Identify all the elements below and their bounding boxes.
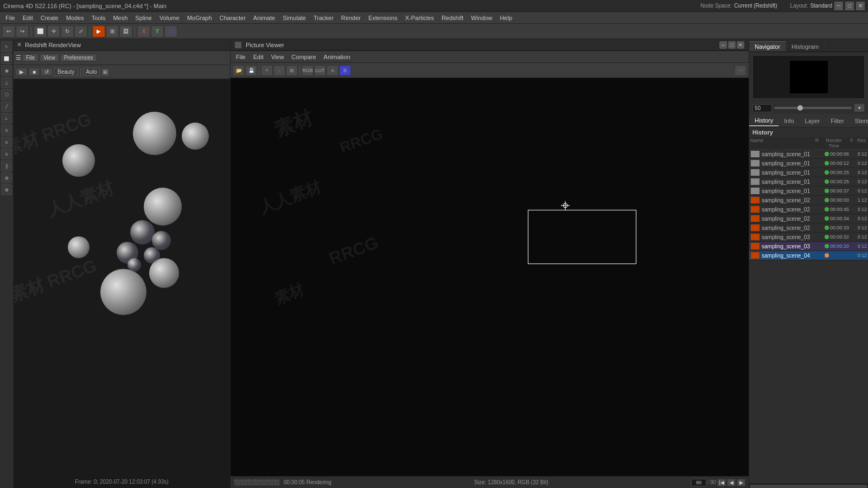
menu-redshift[interactable]: Redshift [438, 14, 467, 22]
menu-mograph[interactable]: MoGraph [184, 14, 215, 22]
pv-menu-animation[interactable]: Animation [321, 53, 354, 61]
pv-play[interactable]: ▶ [737, 479, 745, 486]
tab-navigator[interactable]: Navigator [749, 41, 786, 52]
menu-character[interactable]: Character [216, 14, 249, 22]
history-row-11[interactable]: sampling_scene_03 00:00:20 0 12 [749, 242, 868, 251]
pv-menu-file[interactable]: File [233, 53, 249, 61]
rs-refresh-btn[interactable]: ↺ [41, 68, 53, 76]
rs-beauty-label[interactable]: Beauty [54, 68, 78, 76]
menu-file[interactable]: File [2, 14, 18, 22]
tool-z-axis[interactable]: Z [164, 25, 177, 37]
tool-render-region[interactable]: ⊞ [106, 25, 119, 37]
history-row-1[interactable]: sampling_scene_01 00:00:06 0 12 [749, 150, 868, 159]
rs-menu-view[interactable]: View [40, 54, 59, 62]
sidebar-tool-6[interactable]: ╱ [1, 101, 12, 112]
pv-compare-btn[interactable]: A [327, 65, 339, 76]
sidebar-tool-7[interactable]: L [1, 113, 12, 124]
history-row-6[interactable]: sampling_scene_02 00:00:00 1 12 [749, 196, 868, 205]
tool-redo[interactable]: ↪ [16, 25, 29, 37]
sidebar-tool-5[interactable]: ⬡ [1, 89, 12, 100]
tool-rotate[interactable]: ↻ [61, 25, 74, 37]
pv-minimize-btn[interactable]: ─ [719, 41, 727, 49]
tool-y-axis[interactable]: Y [151, 25, 164, 37]
rs-auto-label[interactable]: Auto [83, 68, 100, 76]
tool-undo[interactable]: ↩ [2, 25, 15, 37]
pv-more-btn[interactable]: ⋯ [735, 65, 746, 76]
tab-histogram[interactable]: Histogram [786, 42, 825, 52]
tool-x-axis[interactable]: X [137, 25, 150, 37]
pv-prev-frame[interactable]: ◀ [727, 479, 736, 486]
rs-menu-icon[interactable]: ☰ [16, 54, 21, 61]
rs-stop-btn[interactable]: ■ [29, 68, 40, 76]
zoom-slider-thumb[interactable] [797, 105, 803, 111]
pv-menu-compare[interactable]: Compare [288, 53, 319, 61]
history-row-12[interactable]: sampling_scene_04 0 12 [749, 251, 868, 260]
zoom-dropdown[interactable]: ▾ [854, 104, 865, 112]
tool-select[interactable]: ⬜ [34, 25, 47, 37]
close-button[interactable]: ✕ [856, 2, 865, 10]
history-row-8[interactable]: sampling_scene_02 00:00:34 0 12 [749, 214, 868, 223]
scrollbar-thumb[interactable] [750, 485, 867, 488]
pv-goto-start[interactable]: |◀ [717, 479, 726, 486]
tab-layer[interactable]: Layer [800, 116, 826, 126]
pv-open-btn[interactable]: 📂 [233, 65, 245, 76]
zoom-slider[interactable] [774, 107, 852, 109]
pv-save-btn[interactable]: 💾 [245, 65, 257, 76]
menu-window[interactable]: Window [468, 14, 495, 22]
sidebar-tool-10[interactable]: S [1, 149, 12, 159]
sidebar-tool-13[interactable]: ✿ [1, 184, 12, 195]
pv-compare-b-btn[interactable]: B [339, 65, 351, 76]
pv-channels-btn[interactable]: RGB [302, 65, 314, 76]
tab-filter[interactable]: Filter [825, 116, 849, 126]
pv-close-btn[interactable]: ✕ [737, 41, 744, 49]
pv-menu-edit[interactable]: Edit [250, 53, 267, 61]
tool-render[interactable]: ▶ [92, 25, 105, 37]
pv-canvas[interactable]: 素材 RRCG 人人素材 RRCG 素材 [231, 78, 749, 476]
menu-spline[interactable]: Spline [132, 14, 155, 22]
pv-fit-btn[interactable]: ⊞ [286, 65, 298, 76]
tool-picture-viewer[interactable]: 🖼 [119, 25, 132, 37]
history-row-4[interactable]: sampling_scene_01 00:00:25 0 12 [749, 177, 868, 187]
sidebar-tool-3[interactable]: ◉ [1, 65, 12, 76]
menu-simulate[interactable]: Simulate [279, 14, 309, 22]
tab-stereo[interactable]: Stereo [850, 116, 868, 126]
history-row-9[interactable]: sampling_scene_02 00:00:33 0 12 [749, 223, 868, 233]
menu-extensions[interactable]: Extensions [365, 14, 401, 22]
sidebar-tool-2[interactable]: ⬜ [1, 53, 12, 64]
tool-move[interactable]: ✛ [47, 25, 60, 37]
rs-close-icon[interactable]: ✕ [17, 41, 22, 48]
sidebar-tool-8[interactable]: S [1, 125, 12, 136]
rs-viewport[interactable]: 素材 RRCG 人人素材 素材 RRCG Frame: 0; 2020-07-2… [14, 79, 230, 488]
menu-modes[interactable]: Modes [63, 14, 87, 22]
pv-menu-view[interactable]: View [268, 53, 288, 61]
history-row-10[interactable]: sampling_scene_03 00:00:32 0 12 [749, 233, 868, 242]
history-row-3[interactable]: sampling_scene_01 00:00:25 0 12 [749, 168, 868, 177]
pv-zoom-in-btn[interactable]: + [261, 65, 273, 76]
minimize-button[interactable]: ─ [834, 2, 843, 10]
rs-menu-file[interactable]: File [22, 54, 39, 62]
menu-help[interactable]: Help [496, 14, 515, 22]
tab-history[interactable]: History [749, 115, 778, 126]
sidebar-tool-12[interactable]: ⊞ [1, 172, 12, 183]
menu-volume[interactable]: Volume [156, 14, 183, 22]
history-row-7[interactable]: sampling_scene_02 00:00:45 0 12 [749, 205, 868, 214]
menu-animate[interactable]: Animate [250, 14, 278, 22]
sidebar-tool-4[interactable]: △ [1, 77, 12, 88]
pv-maximize-btn[interactable]: □ [728, 41, 736, 49]
pv-lut-btn[interactable]: LUT [314, 65, 326, 76]
sidebar-tool-9[interactable]: S [1, 137, 12, 147]
menu-render[interactable]: Render [338, 14, 364, 22]
tab-info[interactable]: Info [778, 116, 799, 126]
tool-scale[interactable]: ⤢ [74, 25, 87, 37]
menu-mesh[interactable]: Mesh [110, 14, 131, 22]
menu-xparticles[interactable]: X-Particles [402, 14, 437, 22]
pv-frame-input[interactable] [691, 479, 706, 486]
pv-zoom-out-btn[interactable]: - [273, 65, 285, 76]
menu-create[interactable]: Create [37, 14, 62, 22]
sidebar-tool-1[interactable]: ↖ [1, 41, 12, 52]
history-row-2[interactable]: sampling_scene_01 00:00:12 0 12 [749, 159, 868, 168]
rs-render-btn[interactable]: ▶ [16, 68, 28, 76]
zoom-input[interactable] [752, 104, 772, 112]
menu-tracker[interactable]: Tracker [310, 14, 337, 22]
rs-grid-icon[interactable]: ⊞ [101, 68, 110, 76]
